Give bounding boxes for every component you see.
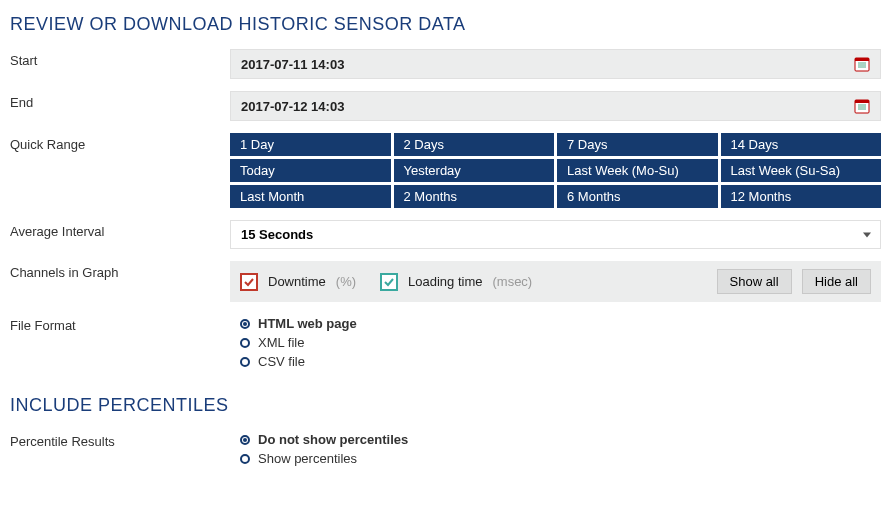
percentile-option-label: Do not show percentiles — [258, 432, 408, 447]
show-all-button[interactable]: Show all — [717, 269, 792, 294]
quick-range-button[interactable]: Last Week (Su-Sa) — [721, 159, 882, 182]
channel-label: Loading time — [408, 274, 482, 289]
quick-range-button[interactable]: 6 Months — [557, 185, 718, 208]
quick-range-button[interactable]: 1 Day — [230, 133, 391, 156]
end-date-field[interactable]: 2017-07-12 14:03 — [230, 91, 881, 121]
channel-checkbox[interactable] — [240, 273, 258, 291]
quick-range-button[interactable]: Last Month — [230, 185, 391, 208]
radio-icon — [240, 357, 250, 367]
percentiles-section: INCLUDE PERCENTILES Percentile Results D… — [10, 395, 881, 468]
section-title-historic: REVIEW OR DOWNLOAD HISTORIC SENSOR DATA — [10, 14, 881, 35]
radio-icon — [240, 454, 250, 464]
channels-box: Downtime(%)Loading time(msec)Show allHid… — [230, 261, 881, 302]
avg-interval-label: Average Interval — [10, 220, 230, 239]
file-format-option[interactable]: CSV file — [240, 352, 881, 371]
calendar-icon[interactable] — [854, 98, 870, 114]
percentile-option-label: Show percentiles — [258, 451, 357, 466]
file-format-option[interactable]: XML file — [240, 333, 881, 352]
channel-checkbox[interactable] — [380, 273, 398, 291]
channels-label: Channels in Graph — [10, 261, 230, 280]
channel-label: Downtime — [268, 274, 326, 289]
file-format-label: File Format — [10, 314, 230, 333]
historic-data-section: REVIEW OR DOWNLOAD HISTORIC SENSOR DATA … — [10, 14, 881, 371]
quick-range-button[interactable]: Today — [230, 159, 391, 182]
percentile-options-list: Do not show percentilesShow percentiles — [230, 430, 881, 468]
radio-icon — [240, 435, 250, 445]
quick-range-button[interactable]: 12 Months — [721, 185, 882, 208]
channel-unit: (%) — [336, 274, 356, 289]
quick-range-grid: 1 Day2 Days7 Days14 DaysTodayYesterdayLa… — [230, 133, 881, 208]
percentile-option[interactable]: Show percentiles — [240, 449, 881, 468]
quick-range-button[interactable]: Yesterday — [394, 159, 555, 182]
file-format-option-label: HTML web page — [258, 316, 357, 331]
start-label: Start — [10, 49, 230, 68]
file-format-option-label: CSV file — [258, 354, 305, 369]
end-label: End — [10, 91, 230, 110]
quick-range-label: Quick Range — [10, 133, 230, 152]
hide-all-button[interactable]: Hide all — [802, 269, 871, 294]
quick-range-button[interactable]: Last Week (Mo-Su) — [557, 159, 718, 182]
channel-unit: (msec) — [492, 274, 532, 289]
section-title-percentiles: INCLUDE PERCENTILES — [10, 395, 881, 416]
radio-icon — [240, 319, 250, 329]
percentile-option[interactable]: Do not show percentiles — [240, 430, 881, 449]
start-date-value: 2017-07-11 14:03 — [241, 57, 344, 72]
radio-icon — [240, 338, 250, 348]
file-format-option[interactable]: HTML web page — [240, 314, 881, 333]
svg-rect-6 — [855, 100, 869, 103]
quick-range-button[interactable]: 7 Days — [557, 133, 718, 156]
quick-range-button[interactable]: 2 Months — [394, 185, 555, 208]
svg-rect-1 — [855, 58, 869, 61]
end-date-value: 2017-07-12 14:03 — [241, 99, 344, 114]
calendar-icon[interactable] — [854, 56, 870, 72]
start-date-field[interactable]: 2017-07-11 14:03 — [230, 49, 881, 79]
file-format-list: HTML web pageXML fileCSV file — [230, 314, 881, 371]
avg-interval-select[interactable]: 15 Seconds — [230, 220, 881, 249]
quick-range-button[interactable]: 2 Days — [394, 133, 555, 156]
file-format-option-label: XML file — [258, 335, 304, 350]
quick-range-button[interactable]: 14 Days — [721, 133, 882, 156]
percentile-results-label: Percentile Results — [10, 430, 230, 449]
